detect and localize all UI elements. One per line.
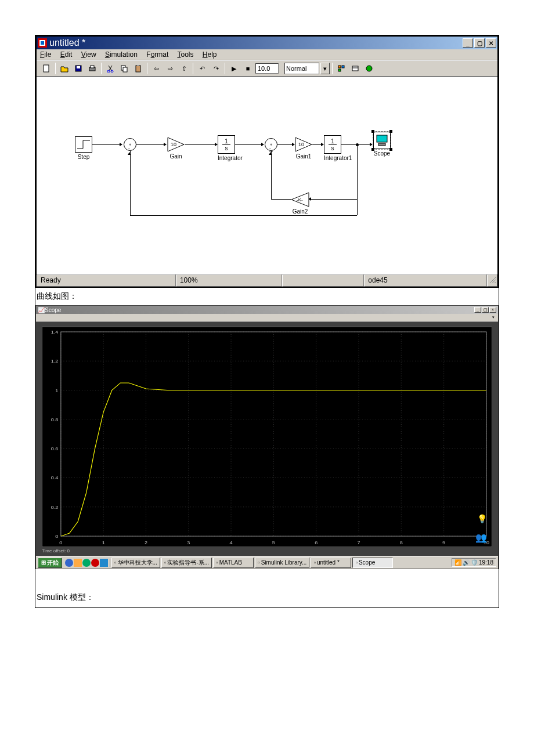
copy-button[interactable]: [118, 62, 131, 75]
scope-select-button[interactable]: [113, 314, 120, 321]
scope-minimize-button[interactable]: _: [474, 307, 481, 313]
up-button[interactable]: ⇧: [178, 62, 190, 75]
block-integrator1[interactable]: 1 s Integrator1: [324, 135, 352, 161]
menu-tools[interactable]: Tools: [177, 50, 193, 59]
close-button[interactable]: ✕: [486, 38, 496, 48]
start-label: 开始: [47, 559, 59, 567]
menu-format[interactable]: Format: [146, 50, 168, 59]
scope-params-button[interactable]: [45, 314, 52, 321]
block-gain1[interactable]: 10 Gain1: [295, 137, 312, 160]
ql-media-icon[interactable]: [82, 559, 91, 567]
svg-rect-11: [123, 67, 127, 72]
block-gain[interactable]: 10 Gain: [167, 137, 185, 160]
scope-zoomx-button[interactable]: [60, 314, 67, 321]
ql-word-icon[interactable]: [100, 559, 108, 567]
undo-button[interactable]: ↶: [196, 62, 208, 75]
wire: [357, 144, 358, 199]
wire: [309, 199, 357, 200]
block-gain2[interactable]: -K- Gain2: [291, 192, 309, 215]
taskbar-item[interactable]: ▫Simulink Library...: [255, 558, 309, 568]
print-button[interactable]: [86, 62, 99, 75]
paste-button[interactable]: [132, 62, 145, 75]
new-button[interactable]: [40, 62, 53, 75]
menu-edit[interactable]: Edit: [60, 50, 73, 59]
tray-time: 19:18: [479, 559, 493, 566]
resize-grip-icon[interactable]: [487, 274, 497, 287]
svg-text:10: 10: [171, 142, 176, 147]
svg-text:0.2: 0.2: [51, 504, 59, 509]
svg-text:0: 0: [55, 534, 58, 539]
save-button[interactable]: [72, 62, 85, 75]
ql-ie-icon[interactable]: [65, 559, 73, 567]
wire: [92, 144, 121, 145]
model-explorer-button[interactable]: [349, 62, 362, 75]
wire: [235, 144, 263, 145]
ql-msn-icon[interactable]: [91, 559, 99, 567]
forward-button[interactable]: ⇨: [164, 62, 176, 75]
ql-desktop-icon[interactable]: [74, 559, 82, 567]
open-button[interactable]: [58, 62, 71, 75]
status-zoom: 100%: [176, 274, 282, 287]
scope-lock-button[interactable]: [105, 314, 112, 321]
scope-plot-area: 01234567891000.20.40.60.811.21.4 💡 👥 Tim…: [36, 322, 498, 556]
scope-save-button[interactable]: [82, 314, 89, 321]
scope-zoomy-button[interactable]: [67, 314, 74, 321]
menu-simulation[interactable]: Simulation: [105, 50, 138, 59]
scope-autoscale-button[interactable]: [75, 314, 82, 321]
scope-plot[interactable]: 01234567891000.20.40.60.811.21.4 💡 👥: [42, 327, 492, 547]
start-button[interactable]: ⊞ 开始: [38, 558, 62, 568]
svg-text:6: 6: [315, 540, 317, 545]
svg-text:1.4: 1.4: [51, 329, 59, 334]
status-solver: ode45: [364, 274, 487, 287]
svg-text:0.8: 0.8: [51, 417, 59, 422]
redo-button[interactable]: ↷: [210, 62, 222, 75]
maximize-button[interactable]: ▢: [474, 38, 485, 48]
task-icon: ▫: [313, 559, 316, 566]
block-integrator[interactable]: 1 s Integrator: [218, 135, 243, 161]
scope-titlebar[interactable]: 📈 Scope _ ▢ ×: [36, 306, 498, 314]
sim-mode-dropdown-icon[interactable]: ▾: [320, 63, 330, 74]
svg-text:8: 8: [400, 540, 403, 545]
scope-dropdown-icon[interactable]: ▾: [490, 314, 497, 321]
debug-button[interactable]: [363, 62, 376, 75]
block-scope-label: Scope: [373, 150, 391, 157]
sim-mode-select[interactable]: Normal: [284, 63, 319, 74]
taskbar-item[interactable]: ▫untitled *: [311, 558, 351, 568]
task-icon: ▫: [258, 559, 260, 566]
scope-print-button[interactable]: [37, 314, 44, 321]
block-sum1[interactable]: +-: [124, 138, 136, 151]
taskbar-item[interactable]: ▫华中科技大学...: [111, 558, 160, 568]
taskbar-item[interactable]: ▫实验指导书-系...: [161, 558, 212, 568]
stop-time-input[interactable]: [255, 63, 279, 74]
scope-maximize-button[interactable]: ▢: [482, 307, 489, 313]
block-step[interactable]: Step: [75, 136, 92, 160]
block-sum2[interactable]: +-: [265, 138, 277, 151]
menu-view[interactable]: View: [81, 50, 96, 59]
task-label: Scope: [359, 559, 375, 566]
scope-app-icon: 📈: [38, 307, 45, 313]
menu-file[interactable]: File: [40, 50, 51, 59]
start-sim-button[interactable]: ▶: [228, 62, 240, 75]
cut-button[interactable]: [104, 62, 117, 75]
quick-launch: [63, 559, 110, 567]
statusbar: Ready 100% ode45: [37, 274, 497, 287]
taskbar: ⊞ 开始 ▫华中科技大学...▫实验指导书-系...▫MATLAB▫Simuli…: [36, 556, 498, 569]
scope-restore-button[interactable]: [90, 314, 97, 321]
system-tray[interactable]: 📶 🔊 🛡️ 19:18: [452, 558, 496, 567]
library-browser-button[interactable]: [335, 62, 348, 75]
minimize-button[interactable]: _: [463, 38, 473, 48]
titlebar[interactable]: untitled * _ ▢ ✕: [37, 37, 497, 49]
windows-flag-icon: ⊞: [41, 559, 46, 566]
taskbar-item[interactable]: ▫MATLAB: [213, 558, 254, 568]
block-scope[interactable]: Scope: [373, 132, 391, 157]
scope-zoom-button[interactable]: [52, 314, 59, 321]
window-title: untitled *: [49, 38, 463, 48]
model-canvas[interactable]: Step +- 10 Gain 1 s Integrator: [37, 77, 497, 274]
scope-float-button[interactable]: [98, 314, 104, 321]
stop-sim-button[interactable]: ■: [241, 62, 254, 75]
wire: [357, 199, 358, 215]
back-button[interactable]: ⇦: [150, 62, 163, 75]
scope-close-button[interactable]: ×: [489, 307, 496, 313]
taskbar-item[interactable]: ▫Scope: [352, 558, 393, 568]
menu-help[interactable]: Help: [203, 50, 217, 59]
